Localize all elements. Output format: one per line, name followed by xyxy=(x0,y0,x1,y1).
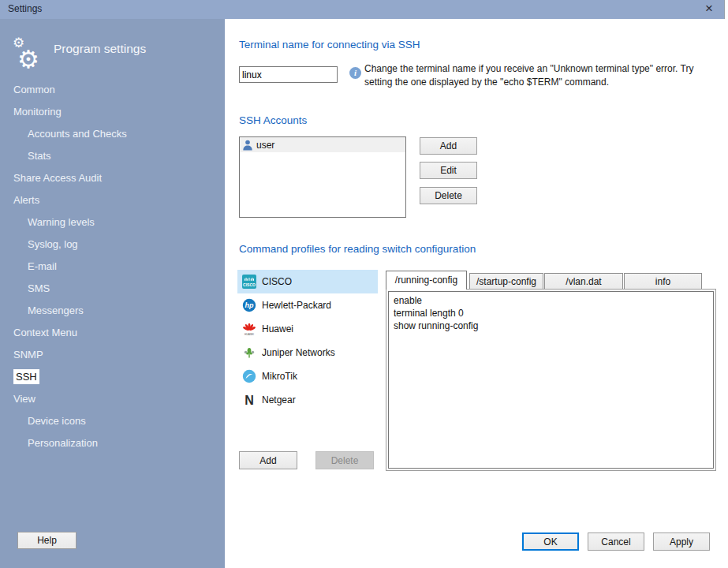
tab-info[interactable]: info xyxy=(624,273,702,290)
cancel-button[interactable]: Cancel xyxy=(588,532,644,551)
huawei-logo-icon: HUAWEI xyxy=(242,322,256,336)
sidebar-item-stats[interactable]: Stats xyxy=(0,145,225,167)
terminal-info-text: Change the terminal name if you receive … xyxy=(364,62,693,89)
terminal-name-input[interactable] xyxy=(239,66,338,83)
main-panel: Terminal name for connecting via SSH i C… xyxy=(225,19,725,568)
account-delete-button[interactable]: Delete xyxy=(420,187,477,204)
vendor-name: Huawei xyxy=(262,323,293,334)
user-icon xyxy=(242,139,253,151)
vendor-name: MikroTik xyxy=(262,371,297,382)
command-profiles-heading: Command profiles for reading switch conf… xyxy=(239,243,476,255)
apply-button[interactable]: Apply xyxy=(653,532,710,551)
vendor-row-juniper[interactable]: Juniper Networks xyxy=(237,341,378,364)
sidebar-item-sms[interactable]: SMS xyxy=(0,278,225,300)
sidebar-header-title: Program settings xyxy=(54,42,146,56)
sidebar-item-share-access-audit[interactable]: Share Access Audit xyxy=(0,167,225,189)
mikrotik-logo-icon xyxy=(242,369,256,383)
tab-running-config[interactable]: /running-config xyxy=(386,271,467,290)
ok-button[interactable]: OK xyxy=(522,532,579,551)
close-icon[interactable]: × xyxy=(700,0,718,19)
sidebar-item-alerts[interactable]: Alerts xyxy=(0,189,225,211)
sidebar-item-view[interactable]: View xyxy=(0,388,225,410)
sidebar-item-accounts-and-checks[interactable]: Accounts and Checks xyxy=(0,123,225,145)
profile-add-button[interactable]: Add xyxy=(239,451,297,469)
svg-text:N: N xyxy=(245,394,254,407)
ssh-account-name: user xyxy=(256,140,274,151)
vendor-name: Juniper Networks xyxy=(262,347,335,358)
juniper-logo-icon xyxy=(242,346,256,360)
vendor-name: CISCO xyxy=(262,276,292,287)
profile-delete-button[interactable]: Delete xyxy=(315,451,374,469)
terminal-info-line: setting the one displayed by the "echo $… xyxy=(364,76,693,89)
help-button[interactable]: Help xyxy=(17,532,77,549)
sidebar-item-snmp[interactable]: SNMP xyxy=(0,344,225,366)
sidebar: ⚙ ⚙ Program settings Common Monitoring A… xyxy=(0,19,225,568)
commands-textarea[interactable]: enable terminal length 0 show running-co… xyxy=(389,292,713,468)
sidebar-item-warning-levels[interactable]: Warning levels xyxy=(0,211,225,234)
cisco-logo-icon: CISCO xyxy=(242,275,256,289)
settings-window: Settings × ⚙ ⚙ Program settings Common M… xyxy=(0,0,725,568)
gear-icon: ⚙ xyxy=(17,47,39,72)
svg-text:hp: hp xyxy=(245,301,254,309)
account-add-button[interactable]: Add xyxy=(420,137,477,155)
svg-text:HUAWEI: HUAWEI xyxy=(245,333,254,336)
title-bar: Settings × xyxy=(0,0,724,19)
vendor-row-cisco[interactable]: CISCO CISCO xyxy=(237,270,378,293)
account-edit-button[interactable]: Edit xyxy=(420,162,477,179)
vendor-row-huawei[interactable]: HUAWEI Huawei xyxy=(237,317,378,341)
sidebar-item-context-menu[interactable]: Context Menu xyxy=(0,322,225,344)
vendor-row-netgear[interactable]: N Netgear xyxy=(237,388,378,412)
commands-panel: enable terminal length 0 show running-co… xyxy=(386,289,716,471)
ssh-accounts-list[interactable]: user xyxy=(239,136,406,218)
terminal-name-heading: Terminal name for connecting via SSH xyxy=(239,39,420,50)
window-title: Settings xyxy=(8,3,42,14)
sidebar-item-monitoring[interactable]: Monitoring xyxy=(0,101,225,123)
hp-logo-icon: hp xyxy=(242,298,256,312)
tab-vlan-dat[interactable]: /vlan.dat xyxy=(544,273,623,290)
tab-startup-config[interactable]: /startup-config xyxy=(469,273,543,290)
info-icon: i xyxy=(349,67,361,79)
vendor-name: Hewlett-Packard xyxy=(262,300,331,311)
svg-text:CISCO: CISCO xyxy=(243,282,256,287)
sidebar-item-email[interactable]: E-mail xyxy=(0,256,225,278)
vendor-row-hewlett-packard[interactable]: hp Hewlett-Packard xyxy=(237,293,378,317)
ssh-account-row[interactable]: user xyxy=(240,137,405,152)
sidebar-item-ssh[interactable]: SSH xyxy=(0,366,225,388)
netgear-logo-icon: N xyxy=(242,393,256,407)
sidebar-nav: Common Monitoring Accounts and Checks St… xyxy=(0,79,225,454)
vendor-list: CISCO CISCO hp Hewlett-Packard xyxy=(237,270,378,412)
sidebar-item-syslog-log[interactable]: Syslog, log xyxy=(0,234,225,256)
ssh-accounts-heading: SSH Accounts xyxy=(239,114,307,126)
sidebar-item-device-icons[interactable]: Device icons xyxy=(0,410,225,432)
commands-box: enable terminal length 0 show running-co… xyxy=(388,291,714,469)
vendor-row-mikrotik[interactable]: MikroTik xyxy=(237,364,378,388)
sidebar-item-ssh-label: SSH xyxy=(13,369,39,384)
sidebar-item-common[interactable]: Common xyxy=(0,79,225,101)
terminal-info-line: Change the terminal name if you receive … xyxy=(364,62,693,76)
vendor-name: Netgear xyxy=(262,394,296,405)
sidebar-item-messengers[interactable]: Messengers xyxy=(0,300,225,322)
sidebar-item-personalization[interactable]: Personalization xyxy=(0,432,225,454)
